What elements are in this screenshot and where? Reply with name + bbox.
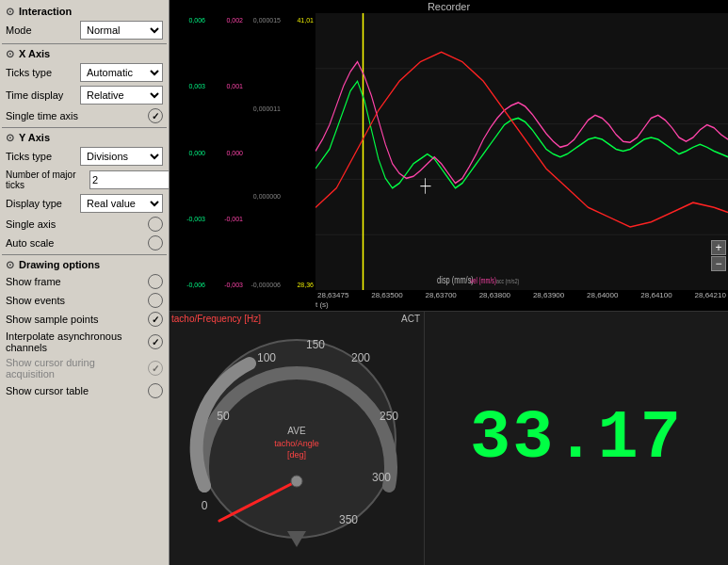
y-ticks-type-row: Ticks type Divisions Manual [2, 145, 167, 168]
show-sample-points-checkbox[interactable] [148, 312, 163, 327]
auto-scale-label: Auto scale [6, 237, 54, 249]
svg-text:0: 0 [202, 499, 208, 512]
y-axis-section-header: ⊙ Y Axis [2, 130, 167, 145]
svg-marker-25 [287, 531, 306, 547]
chart-wrapper: Recorder 0,006 0,003 0,000 -0,003 -0,006… [170, 0, 728, 311]
y-ticks-type-select[interactable]: Divisions Manual [80, 147, 163, 166]
x-ticks-type-label: Ticks type [6, 67, 76, 78]
show-cursor-label: Show cursor during acquisition [6, 357, 128, 379]
show-frame-row: Show frame [2, 272, 167, 291]
show-events-label: Show events [6, 295, 65, 306]
x-axis-unit: t (s) [170, 300, 728, 311]
right-panel: Recorder 0,006 0,003 0,000 -0,003 -0,006… [170, 0, 728, 565]
time-display-row: Time display Relative Absolute [2, 84, 167, 106]
zoom-controls: + − [711, 240, 726, 271]
x-ticks-type-row: Ticks type Automatic Manual [2, 61, 167, 84]
show-sample-points-row: Show sample points [2, 310, 167, 329]
x-ticks-type-select[interactable]: Automatic Manual [80, 63, 163, 82]
show-sample-points-label: Show sample points [6, 314, 98, 325]
show-frame-label: Show frame [6, 276, 61, 287]
y-axis-tacho: 41,01 28,36 [283, 15, 315, 290]
gauge-title: tacho/Frequency [Hz] [171, 314, 422, 324]
gauge-panel: tacho/Frequency [Hz] ACT [170, 312, 424, 565]
interaction-label: Interaction [19, 6, 72, 17]
time-display-label: Time display [6, 89, 76, 101]
left-panel: ⊙ Interaction Mode Normal Zoom Pan ⊙ X A… [0, 0, 170, 565]
svg-point-24 [291, 476, 302, 487]
interaction-icon: ⊙ [4, 6, 15, 17]
single-axis-row: Single axis [2, 215, 167, 234]
svg-text:200: 200 [351, 351, 370, 364]
svg-text:tacho/Angle: tacho/Angle [274, 439, 319, 448]
x-axis-label: X Axis [19, 48, 50, 59]
svg-text:100: 100 [257, 351, 276, 364]
drawing-options-label: Drawing options [19, 259, 100, 270]
num-major-ticks-input[interactable]: 2 [89, 170, 170, 189]
svg-text:vel (mm/s): vel (mm/s) [470, 277, 496, 285]
svg-text:250: 250 [380, 410, 398, 423]
y-axis-label: Y Axis [19, 132, 50, 143]
drawing-options-section-header: ⊙ Drawing options [2, 257, 167, 272]
display-type-select[interactable]: Real value Normalized [80, 194, 163, 213]
x-axis-labels: 28,63475 28,63500 28,63700 28,63800 28,6… [170, 290, 728, 300]
single-time-axis-checkbox[interactable] [148, 108, 163, 123]
y-axis-disp: 0,006 0,003 0,000 -0,003 -0,006 [170, 15, 207, 290]
mode-label: Mode [6, 24, 76, 36]
time-display-select[interactable]: Relative Absolute [80, 86, 163, 105]
y-axis-acc: 0,000015 0,000011 0,000000 -0,000006 [245, 15, 283, 290]
svg-text:350: 350 [339, 513, 358, 526]
x-axis-section-header: ⊙ X Axis [2, 46, 167, 61]
chart-svg-area: disp (mm/s) vel (mm/s) acc (m/s2) + − [315, 13, 728, 290]
single-time-axis-row: Single time axis [2, 106, 167, 125]
show-events-checkbox[interactable] [148, 293, 163, 308]
show-cursor-table-row: Show cursor table [2, 381, 167, 400]
zoom-in-button[interactable]: + [711, 240, 726, 255]
single-time-axis-label: Single time axis [6, 110, 78, 121]
display-type-label: Display type [6, 198, 76, 209]
y-axis-vel: 0,002 0,001 0,000 -0,001 -0,003 [207, 15, 245, 290]
num-major-ticks-label: Number of major ticks [6, 170, 86, 190]
svg-text:[deg]: [deg] [287, 450, 306, 460]
gauge-svg: 0 50 100 150 200 250 300 350 AVE tacho/A… [184, 326, 410, 552]
y-axis-icon: ⊙ [4, 132, 15, 143]
auto-scale-checkbox[interactable] [148, 235, 163, 250]
svg-text:acc (m/s2): acc (m/s2) [496, 277, 519, 285]
chart-svg: disp (mm/s) vel (mm/s) acc (m/s2) [315, 13, 728, 290]
single-axis-checkbox[interactable] [148, 217, 163, 232]
chart-inner: 0,006 0,003 0,000 -0,003 -0,006 0,002 0,… [170, 13, 728, 290]
x-axis-icon: ⊙ [4, 48, 15, 59]
show-cursor-row: Show cursor during acquisition [2, 355, 167, 381]
drawing-options-icon: ⊙ [4, 259, 15, 270]
interpolate-label: Interpolate asynchronous channels [6, 331, 128, 353]
digital-panel: 33.17 [424, 312, 728, 565]
mode-row: Mode Normal Zoom Pan [2, 19, 167, 41]
chart-title: Recorder [170, 0, 728, 13]
svg-text:300: 300 [372, 471, 391, 484]
bottom-panel: tacho/Frequency [Hz] ACT [170, 311, 728, 565]
svg-text:150: 150 [306, 338, 325, 351]
show-frame-checkbox[interactable] [148, 274, 163, 289]
svg-text:AVE: AVE [287, 426, 306, 436]
interaction-section-header: ⊙ Interaction [2, 4, 167, 19]
gauge-act: ACT [401, 314, 420, 324]
single-axis-label: Single axis [6, 218, 56, 230]
mode-select[interactable]: Normal Zoom Pan [80, 21, 163, 40]
interpolate-row: Interpolate asynchronous channels [2, 329, 167, 355]
show-cursor-checkbox[interactable] [148, 361, 163, 376]
show-cursor-table-label: Show cursor table [6, 385, 89, 396]
interpolate-checkbox[interactable] [148, 334, 163, 349]
show-cursor-table-checkbox[interactable] [148, 383, 163, 398]
auto-scale-row: Auto scale [2, 234, 167, 252]
num-major-ticks-row: Number of major ticks 2 [2, 168, 167, 192]
display-type-row: Display type Real value Normalized [2, 192, 167, 215]
show-events-row: Show events [2, 291, 167, 310]
svg-text:disp (mm/s): disp (mm/s) [437, 275, 474, 285]
svg-rect-0 [315, 13, 728, 290]
svg-text:50: 50 [217, 410, 230, 423]
y-ticks-type-label: Ticks type [6, 151, 76, 162]
digital-value: 33.17 [470, 400, 683, 477]
zoom-out-button[interactable]: − [711, 256, 726, 271]
